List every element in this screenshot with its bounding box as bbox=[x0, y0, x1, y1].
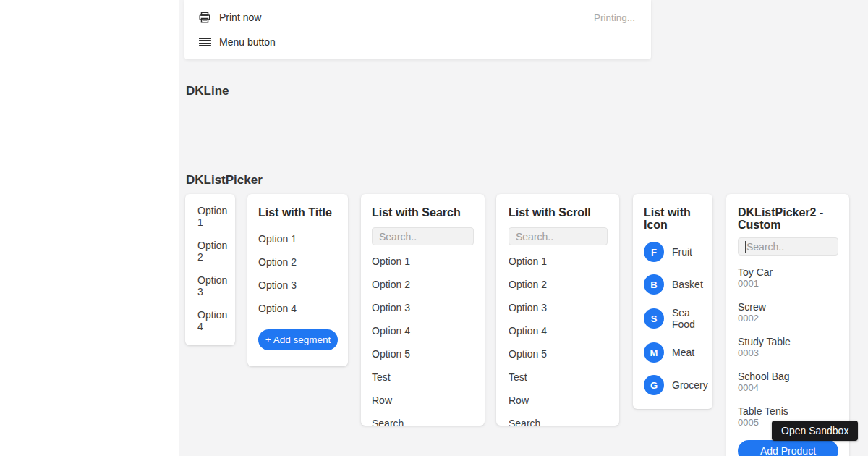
list-item[interactable]: Option 4 bbox=[509, 319, 608, 342]
list-item[interactable]: Option 4 bbox=[197, 309, 232, 332]
list-item[interactable]: Option 2 bbox=[197, 240, 232, 263]
list-item[interactable]: F Fruit bbox=[644, 242, 707, 262]
list-item[interactable]: Option 3 bbox=[509, 296, 608, 319]
list-item[interactable]: Option 3 bbox=[197, 274, 232, 297]
list-with-scroll-card: List with Scroll Option 1 Option 2 Optio… bbox=[496, 194, 619, 426]
initial-badge-icon: B bbox=[644, 274, 664, 295]
printer-icon bbox=[198, 11, 211, 24]
print-now-label: Print now bbox=[219, 12, 261, 23]
card-title: List with Search bbox=[372, 206, 474, 219]
open-sandbox-button[interactable]: Open Sandbox bbox=[772, 421, 858, 441]
card-title: List with Title bbox=[258, 206, 337, 219]
initial-badge-icon: G bbox=[644, 375, 664, 395]
list-with-title-card: List with Title Option 1 Option 2 Option… bbox=[247, 194, 348, 366]
print-now-row[interactable]: Print now Printing... bbox=[184, 5, 651, 30]
list-item[interactable]: Option 1 bbox=[197, 205, 232, 228]
list-item[interactable]: School Bag 0004 bbox=[738, 371, 838, 394]
text-caret bbox=[745, 241, 746, 253]
list-item[interactable]: Test bbox=[509, 366, 608, 389]
search-input[interactable] bbox=[372, 227, 474, 245]
list-item[interactable]: Test bbox=[372, 366, 474, 389]
list-item[interactable]: Row bbox=[509, 389, 608, 412]
list-item[interactable]: Toy Car 0001 bbox=[738, 266, 838, 290]
list-item[interactable]: Screw 0002 bbox=[738, 301, 838, 324]
list-item[interactable]: Option 2 bbox=[509, 273, 608, 296]
basic-list-card: Option 1 Option 2 Option 3 Option 4 bbox=[185, 194, 235, 345]
list-item[interactable]: Option 4 bbox=[372, 319, 474, 342]
search-input[interactable]: Search.. bbox=[738, 237, 838, 256]
section-title-dklistpicker: DKListPicker bbox=[186, 174, 263, 186]
custom-picker-card: DKListPicker2 - Custom Search.. Toy Car … bbox=[726, 194, 849, 456]
section-title-dkline: DKLine bbox=[186, 85, 229, 97]
initial-badge-icon: S bbox=[644, 308, 664, 329]
list-item[interactable]: Option 3 bbox=[258, 274, 337, 297]
initial-badge-icon: M bbox=[644, 342, 664, 363]
menu-icon bbox=[198, 35, 211, 48]
list-item[interactable]: S Sea Food bbox=[644, 307, 707, 330]
list-item[interactable]: Study Table 0003 bbox=[738, 336, 838, 359]
card-title: List with Icon bbox=[644, 206, 707, 231]
list-with-search-card: List with Search Option 1 Option 2 Optio… bbox=[361, 194, 485, 426]
card-title: DKListPicker2 - Custom bbox=[738, 206, 838, 231]
list-item[interactable]: Option 1 bbox=[372, 250, 474, 273]
search-input[interactable] bbox=[509, 227, 608, 245]
menu-button-row[interactable]: Menu button bbox=[184, 30, 651, 54]
list-item[interactable]: Option 5 bbox=[509, 342, 608, 366]
list-item[interactable]: Search bbox=[509, 412, 608, 426]
list-with-icon-card: List with Icon F Fruit B Basket S Sea Fo… bbox=[633, 194, 712, 409]
add-product-button[interactable]: Add Product bbox=[738, 440, 838, 456]
list-item[interactable]: M Meat bbox=[644, 342, 707, 363]
list-item[interactable]: Option 1 bbox=[258, 227, 337, 250]
list-item[interactable]: Option 4 bbox=[258, 297, 337, 320]
list-item[interactable]: B Basket bbox=[644, 274, 707, 295]
list-item[interactable]: G Grocery bbox=[644, 375, 707, 395]
list-item[interactable]: Row bbox=[372, 389, 474, 412]
initial-badge-icon: F bbox=[644, 242, 664, 262]
add-segment-button[interactable]: + Add segment bbox=[258, 329, 338, 350]
list-item[interactable]: Option 2 bbox=[258, 250, 337, 274]
list-item[interactable]: Search bbox=[372, 412, 474, 426]
list-item[interactable]: Option 3 bbox=[372, 296, 474, 319]
printing-status: Printing... bbox=[594, 12, 635, 23]
list-item[interactable]: Option 2 bbox=[372, 273, 474, 296]
menu-demo-card: Print now Printing... Menu button bbox=[184, 0, 651, 59]
list-item[interactable]: Option 1 bbox=[509, 250, 608, 273]
menu-button-label: Menu button bbox=[219, 36, 276, 48]
card-title: List with Scroll bbox=[509, 206, 608, 219]
list-item[interactable]: Option 5 bbox=[372, 342, 474, 366]
